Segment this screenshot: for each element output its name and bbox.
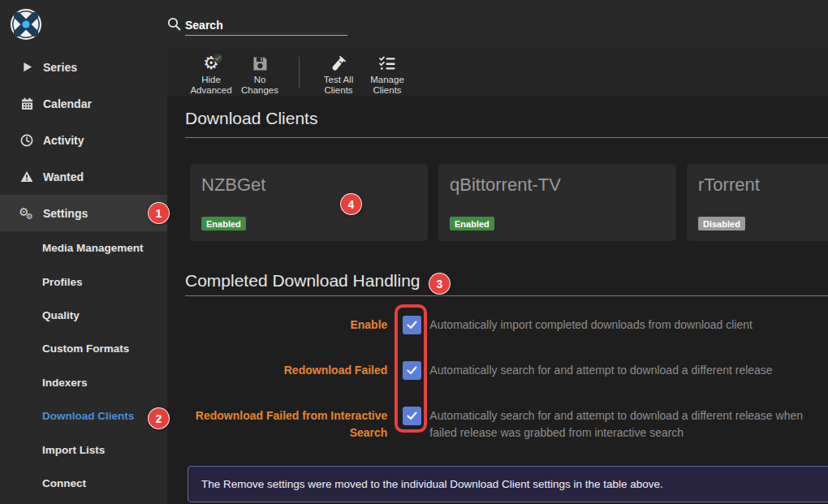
status-badge: Enabled xyxy=(201,217,246,230)
search-icon xyxy=(167,17,181,31)
info-message-box: The Remove settings were moved to the in… xyxy=(188,466,828,502)
sidebar-item-label: Settings xyxy=(43,207,88,220)
calendar-icon xyxy=(19,97,34,111)
client-card-nzbget[interactable]: NZBGet Enabled xyxy=(190,164,428,241)
gears-icon: ⚙ ⚙ xyxy=(19,206,34,221)
info-message-text: The Remove settings were moved to the in… xyxy=(201,478,663,490)
app-window: Series Calendar xyxy=(0,0,828,504)
client-name: qBittorrent-TV xyxy=(450,174,660,196)
redownload-failed-interactive-description: Automatically search for and attempt to … xyxy=(429,404,828,442)
redownload-failed-label: Redownload Failed xyxy=(185,359,387,379)
redownload-failed-checkbox[interactable] xyxy=(403,361,421,380)
redownload-failed-interactive-checkbox[interactable] xyxy=(403,407,421,425)
sidebar-item-label: Calendar xyxy=(43,97,92,110)
client-name: rTorrent xyxy=(698,174,828,196)
client-card-rtorrent[interactable]: rTorrent Disabled xyxy=(687,164,828,241)
status-badge: Enabled xyxy=(450,217,494,230)
sidebar-item-label: Wanted xyxy=(43,170,84,183)
checkbox-check-icon xyxy=(407,366,417,375)
completed-download-handling-section-title: Completed Download Handling xyxy=(185,270,828,291)
top-header-bar xyxy=(0,0,828,49)
enable-checkbox[interactable] xyxy=(403,316,421,334)
main-area: ⚙ HideAdvanced xyxy=(167,49,828,504)
toolbar-divider xyxy=(299,57,300,88)
sidebar-item-label: Activity xyxy=(43,134,84,147)
sidebar-item-indexers[interactable]: Indexers xyxy=(0,366,167,399)
form-row-redownload-failed: Redownload Failed Automatically search f… xyxy=(185,359,828,380)
sidebar-item-settings[interactable]: ⚙ ⚙ Settings xyxy=(0,195,167,231)
sidebar-item-series[interactable]: Series xyxy=(0,49,167,85)
sidebar-item-connect[interactable]: Connect xyxy=(0,467,167,500)
sidebar-item-label: Series xyxy=(43,61,77,74)
sidebar: Series Calendar xyxy=(0,49,167,504)
sidebar-item-calendar[interactable]: Calendar xyxy=(0,85,167,122)
download-client-cards: NZBGet Enabled qBittorrent-TV Enabled rT… xyxy=(190,164,828,241)
client-card-qbittorrent-tv[interactable]: qBittorrent-TV Enabled xyxy=(438,164,676,241)
sidebar-item-quality[interactable]: Quality xyxy=(0,299,167,332)
vial-icon xyxy=(330,54,347,72)
form-row-enable: Enable Automatically import completed do… xyxy=(185,313,828,334)
checkbox-check-icon xyxy=(407,321,417,330)
redownload-failed-interactive-label: Redownload Failed from Interactive Searc… xyxy=(185,404,387,442)
download-clients-section-title: Download Clients xyxy=(185,108,828,128)
manage-clients-button[interactable]: ManageClients xyxy=(363,49,412,96)
redownload-failed-description: Automatically search for and attempt to … xyxy=(429,359,828,379)
gear-check-icon: ⚙ xyxy=(203,54,219,72)
completed-download-handling-form: Enable Automatically import completed do… xyxy=(185,313,828,442)
test-all-clients-button[interactable]: Test AllClients xyxy=(314,49,363,96)
warning-triangle-icon xyxy=(19,170,34,184)
sidebar-item-media-management[interactable]: Media Management xyxy=(0,231,167,265)
enable-description: Automatically import completed downloads… xyxy=(429,313,828,334)
sidebar-item-activity[interactable]: Activity xyxy=(0,122,167,158)
clock-icon xyxy=(19,133,34,148)
sidebar-item-profiles[interactable]: Profiles xyxy=(0,265,167,298)
play-icon xyxy=(19,60,34,75)
floppy-save-icon xyxy=(252,54,268,72)
section-divider xyxy=(185,295,828,296)
sonarr-logo[interactable] xyxy=(11,9,41,40)
sidebar-item-custom-formats[interactable]: Custom Formats xyxy=(0,332,167,365)
page-toolbar: ⚙ HideAdvanced xyxy=(167,49,828,96)
enable-label: Enable xyxy=(185,313,387,334)
sidebar-item-import-lists[interactable]: Import Lists xyxy=(0,433,167,466)
search-field-wrap xyxy=(185,15,347,36)
hide-advanced-button[interactable]: ⚙ HideAdvanced xyxy=(187,49,235,96)
client-name: NZBGet xyxy=(201,174,412,196)
sidebar-item-download-clients[interactable]: Download Clients xyxy=(0,399,167,433)
search-input[interactable] xyxy=(185,15,347,35)
form-row-redownload-failed-interactive: Redownload Failed from Interactive Searc… xyxy=(185,404,828,442)
section-divider xyxy=(185,137,828,138)
sidebar-item-wanted[interactable]: Wanted xyxy=(0,158,167,195)
settings-content: Download Clients NZBGet Enabled qBittorr… xyxy=(167,96,828,502)
list-check-icon xyxy=(379,54,395,72)
checkbox-check-icon xyxy=(407,411,417,420)
status-badge: Disabled xyxy=(698,217,745,230)
no-changes-button[interactable]: NoChanges xyxy=(235,49,284,96)
